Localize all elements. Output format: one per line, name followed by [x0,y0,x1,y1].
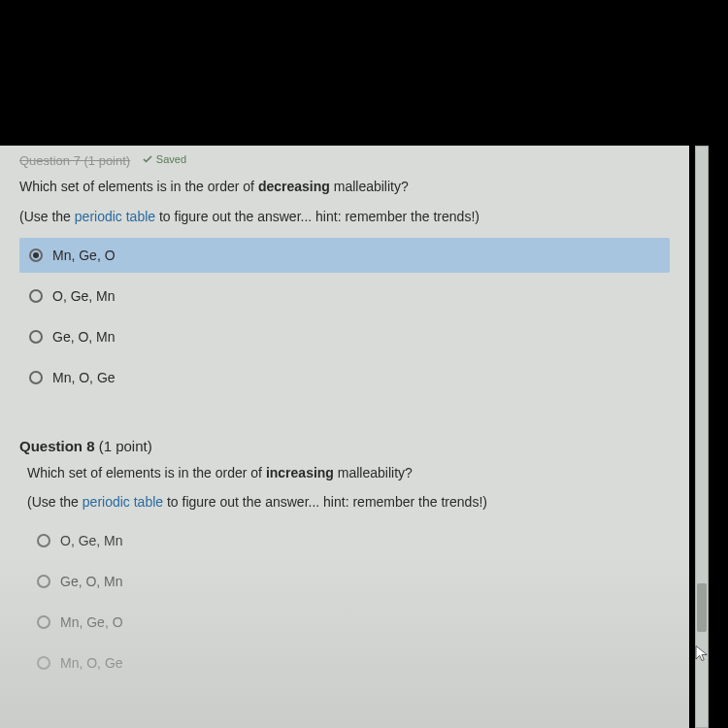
q8-option-b[interactable]: Ge, O, Mn [27,564,670,599]
q7-option-d-label: Mn, O, Ge [52,370,116,385]
q8-points: (1 point) [95,438,152,454]
radio-icon [37,615,50,629]
question-8-options: O, Ge, Mn Ge, O, Mn Mn, Ge, O Mn, O, Ge [8,523,689,706]
radio-icon [29,248,43,262]
quiz-content-area: Question 7 (1 point) Saved Which set of … [0,146,689,728]
q7-option-b-label: O, Ge, Mn [52,288,116,304]
q7-hint-pre: (Use the [19,209,75,224]
saved-label: Saved [156,153,186,165]
periodic-table-link[interactable]: periodic table [75,209,155,224]
question-8-block: Which set of elements is in the order of… [0,458,689,707]
q7-prompt-post: malleability? [330,179,409,194]
question-8-header: Question 8 (1 point) [0,420,689,458]
q7-option-a-label: Mn, Ge, O [52,248,116,263]
q7-option-c-label: Ge, O, Mn [52,329,116,345]
radio-icon [29,371,43,384]
q8-hint-post: to figure out the answer... hint: rememb… [163,494,487,510]
scrollbar-thumb[interactable] [697,583,707,632]
radio-icon [37,534,50,547]
q8-title: Question 8 [19,438,95,454]
q8-hint-pre: (Use the [27,494,83,510]
q7-prompt-pre: Which set of elements is in the order of [19,179,258,194]
radio-icon [29,330,43,344]
question-8-hint: (Use the periodic table to figure out th… [8,488,689,523]
q8-option-a[interactable]: O, Ge, Mn [27,523,670,558]
question-8-prompt: Which set of elements is in the order of… [8,458,689,489]
q7-option-a[interactable]: Mn, Ge, O [19,238,670,273]
radio-icon [37,656,50,670]
q8-option-d-label: Mn, O, Ge [60,655,123,671]
check-icon [142,153,153,165]
q8-prompt-bold: increasing [266,465,334,480]
radio-icon [29,289,43,303]
q7-option-b[interactable]: O, Ge, Mn [19,279,670,314]
q7-option-d[interactable]: Mn, O, Ge [19,360,670,395]
question-7-hint: (Use the periodic table to figure out th… [0,203,689,238]
question-7-title: Question 7 (1 point) [19,153,130,168]
q7-hint-post: to figure out the answer... hint: rememb… [155,209,480,224]
saved-badge: Saved [142,153,186,165]
question-7-header: Question 7 (1 point) Saved [0,146,689,172]
periodic-table-link-2[interactable]: periodic table [83,494,163,510]
q8-prompt-post: malleability? [334,465,413,480]
scrollbar-track[interactable] [695,146,709,728]
q8-prompt-pre: Which set of elements is in the order of [27,465,266,480]
q7-prompt-bold: decreasing [258,179,330,194]
radio-icon [37,575,50,588]
q8-option-d[interactable]: Mn, O, Ge [27,645,670,680]
question-7-options: Mn, Ge, O O, Ge, Mn Ge, O, Mn Mn, O, Ge [0,238,689,420]
q8-option-c-label: Mn, Ge, O [60,614,123,630]
q8-option-b-label: Ge, O, Mn [60,574,123,589]
q8-option-c[interactable]: Mn, Ge, O [27,605,670,640]
q7-option-c[interactable]: Ge, O, Mn [19,319,670,354]
q8-option-a-label: O, Ge, Mn [60,533,123,548]
question-7-prompt: Which set of elements is in the order of… [0,172,689,203]
